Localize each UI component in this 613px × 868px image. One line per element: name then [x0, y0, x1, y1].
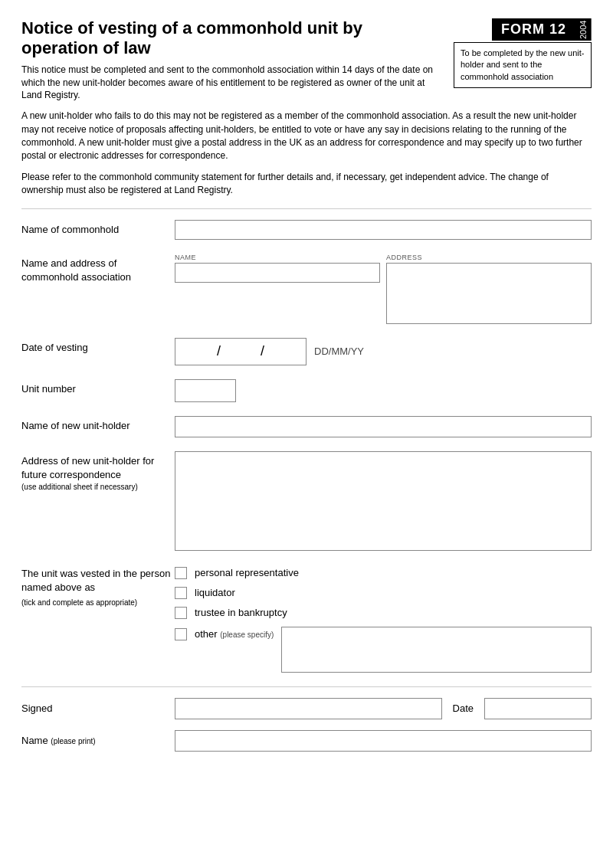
date-of-vesting-label: Date of vesting	[21, 338, 175, 355]
unit-number-label: Unit number	[21, 379, 175, 396]
address-sublabel: (use additional sheet if necessary)	[21, 482, 175, 493]
intro-text-1: This notice must be completed and sent t…	[21, 64, 438, 102]
checkbox-personal-rep[interactable]	[175, 567, 187, 579]
date-box: / /	[175, 338, 306, 365]
commonhold-input[interactable]	[175, 220, 592, 240]
option-label-liquidator: liquidator	[195, 587, 235, 598]
option-trustee: trustee in bankruptcy	[175, 607, 592, 619]
option-other-row: other (please specify)	[175, 627, 592, 673]
association-section: Name and address of commonhold associati…	[21, 254, 592, 324]
vested-options: personal representative liquidator trust…	[175, 567, 592, 673]
association-label: Name and address of commonhold associati…	[21, 254, 175, 284]
other-specify-input[interactable]	[281, 627, 592, 673]
name-print-input[interactable]	[175, 730, 592, 752]
address-section: Address of new unit-holder for future co…	[21, 451, 592, 553]
address-textarea[interactable]	[175, 451, 592, 551]
option-label-trustee: trustee in bankruptcy	[195, 607, 287, 618]
signed-date-input[interactable]	[484, 698, 592, 719]
form-badge-year: 2004	[575, 18, 592, 41]
date-month-input[interactable]	[227, 341, 254, 362]
body-text-3: Please refer to the commonhold community…	[21, 171, 592, 198]
unit-number-input-wrapper	[175, 379, 592, 402]
association-address-input[interactable]	[386, 263, 592, 324]
form-instructions: To be completed by the new unit-holder a…	[454, 42, 592, 88]
association-input-wrapper: NAME ADDRESS	[175, 254, 592, 324]
vested-label: The unit was vested in the person named …	[21, 567, 175, 608]
body-text-2: A new unit-holder who fails to do this m…	[21, 110, 592, 163]
address-label: Address of new unit-holder for future co…	[21, 451, 175, 493]
address-textarea-wrapper	[175, 451, 592, 553]
commonhold-input-wrapper	[175, 220, 592, 240]
signed-section: Signed Date	[21, 698, 592, 719]
vested-section: The unit was vested in the person named …	[21, 567, 592, 673]
date-day-input[interactable]	[183, 341, 211, 362]
commonhold-section: Name of commonhold	[21, 220, 592, 240]
date-sep-1: /	[217, 343, 221, 359]
name-box: NAME	[175, 254, 380, 324]
name-print-section: Name (please print)	[21, 730, 592, 752]
date-of-vesting-section: Date of vesting / / DD/MM/YY	[21, 338, 592, 365]
checkbox-trustee[interactable]	[175, 607, 187, 619]
vested-sublabel: (tick and complete as appropriate)	[21, 598, 175, 608]
checkbox-liquidator[interactable]	[175, 587, 187, 599]
association-name-input[interactable]	[175, 263, 380, 283]
name-box-label: NAME	[175, 254, 380, 261]
form-badge: FORM 12 2004	[492, 18, 592, 41]
new-unitholder-input-wrapper	[175, 416, 592, 437]
form-title: Notice of vesting of a commonhold unit b…	[21, 18, 438, 59]
form-badge-container: FORM 12 2004 To be completed by the new …	[454, 18, 592, 88]
name-print-label: Name (please print)	[21, 735, 175, 746]
signed-fields: Date	[175, 698, 592, 719]
signed-date-label: Date	[453, 703, 474, 714]
address-box: ADDRESS	[386, 254, 592, 324]
ddmmyy-label: DD/MM/YY	[314, 346, 364, 357]
date-sep-2: /	[261, 343, 264, 359]
form-badge-label: FORM 12	[492, 18, 575, 41]
new-unitholder-section: Name of new unit-holder	[21, 416, 592, 437]
date-input-wrapper: / / DD/MM/YY	[175, 338, 592, 365]
new-unitholder-input[interactable]	[175, 416, 592, 437]
unit-number-input[interactable]	[175, 379, 236, 402]
option-label-other: other (please specify)	[195, 628, 274, 640]
new-unitholder-label: Name of new unit-holder	[21, 416, 175, 433]
option-liquidator: liquidator	[175, 587, 592, 599]
commonhold-label: Name of commonhold	[21, 220, 175, 237]
option-personal-rep: personal representative	[175, 567, 592, 579]
address-box-label: ADDRESS	[386, 254, 592, 261]
option-label-personal-rep: personal representative	[195, 567, 299, 578]
date-year-input[interactable]	[270, 341, 298, 362]
unit-number-section: Unit number	[21, 379, 592, 402]
signed-label: Signed	[21, 703, 175, 714]
checkbox-other[interactable]	[175, 628, 187, 640]
signed-input[interactable]	[175, 698, 442, 719]
name-print-small: (please print)	[51, 737, 95, 745]
